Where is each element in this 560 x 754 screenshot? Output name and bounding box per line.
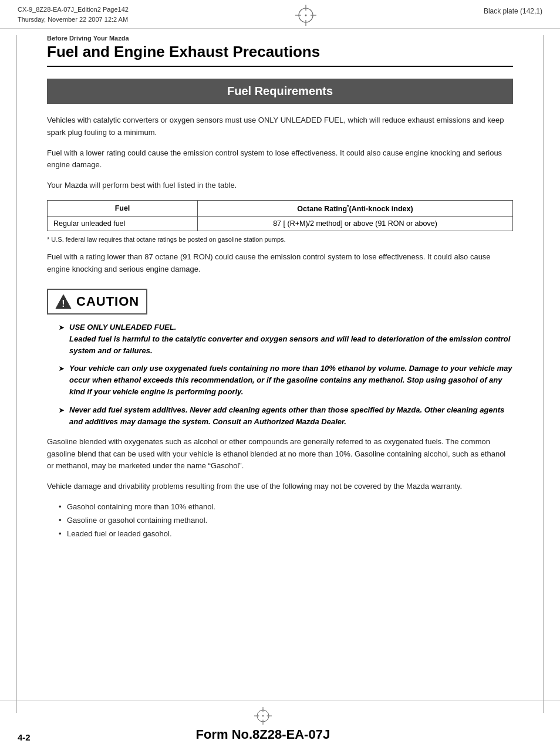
caution-item-1-rest: Leaded fuel is harmful to the catalytic … <box>69 334 510 355</box>
caution-item-3-rest: Never add fuel system additives. Never a… <box>69 405 504 426</box>
table-cell-fuel: Regular unleaded fuel <box>48 217 198 231</box>
page-title: Fuel and Engine Exhaust Precautions <box>47 43 513 61</box>
crosshair-icon <box>295 5 316 26</box>
bottom-area: 4-2 Form No.8Z28-EA-07J <box>0 701 560 754</box>
title-underline <box>47 66 513 67</box>
margin-left-line <box>16 35 17 713</box>
paragraph-5: Gasoline blended with oxygenates such as… <box>47 436 513 472</box>
paragraph-1: Vehicles with catalytic converters or ox… <box>47 114 513 139</box>
margin-right-line <box>543 35 544 713</box>
caution-label: CAUTION <box>76 294 139 309</box>
fuel-requirements-heading: Fuel Requirements <box>47 79 513 104</box>
svg-point-5 <box>305 15 307 16</box>
section-label: Before Driving Your Mazda <box>47 35 513 42</box>
crosshair-bottom-icon <box>254 707 272 725</box>
content-area: Before Driving Your Mazda Fuel and Engin… <box>0 29 560 553</box>
table-row: Regular unleaded fuel 87 [ (R+M)/2 metho… <box>48 217 513 231</box>
table-cell-octane: 87 [ (R+M)/2 method] or above (91 RON or… <box>198 217 513 231</box>
top-header: CX-9_8Z28-EA-07J_Edition2 Page142 Thursd… <box>0 0 560 29</box>
caution-item-3: Never add fuel system additives. Never a… <box>59 404 513 428</box>
bullet-item-3: Leaded fuel or leaded gasohol. <box>59 528 513 540</box>
caution-triangle-icon: ! <box>55 293 72 310</box>
header-center <box>295 5 316 26</box>
paragraph-6: Vehicle damage and drivability problems … <box>47 481 513 493</box>
svg-text:!: ! <box>62 299 65 309</box>
header-line2: Thursday, November 22 2007 12:2 AM <box>18 15 129 25</box>
caution-list: USE ONLY UNLEADED FUEL. Leaded fuel is h… <box>59 322 513 428</box>
caution-item-1: USE ONLY UNLEADED FUEL. Leaded fuel is h… <box>59 322 513 357</box>
fuel-table: Fuel Octane Rating*(Anti-knock index) Re… <box>47 200 513 231</box>
caution-item-2: Your vehicle can only use oxygenated fue… <box>59 363 513 398</box>
header-right: Black plate (142,1) <box>484 5 542 15</box>
bottom-center: Form No.8Z28-EA-07J <box>196 707 330 742</box>
bullet-item-1: Gasohol containing more than 10% ethanol… <box>59 501 513 513</box>
caution-item-1-first: USE ONLY UNLEADED FUEL. <box>69 323 176 332</box>
caution-box: ! CAUTION <box>47 289 147 315</box>
table-header-octane: Octane Rating*(Anti-knock index) <box>198 200 513 216</box>
svg-point-13 <box>262 715 264 717</box>
paragraph-2: Fuel with a lower rating could cause the… <box>47 147 513 172</box>
page: CX-9_8Z28-EA-07J_Edition2 Page142 Thursd… <box>0 0 560 754</box>
table-footnote: * U.S. federal law requires that octane … <box>47 236 513 243</box>
page-number: 4-2 <box>18 732 31 742</box>
bullet-list: Gasohol containing more than 10% ethanol… <box>59 501 513 540</box>
paragraph-4: Fuel with a rating lower than 87 octane … <box>47 251 513 276</box>
paragraph-3: Your Mazda will perform best with fuel l… <box>47 180 513 192</box>
caution-item-2-rest: Your vehicle can only use oxygenated fue… <box>69 364 512 396</box>
header-line1: CX-9_8Z28-EA-07J_Edition2 Page142 <box>18 5 129 15</box>
form-number: Form No.8Z28-EA-07J <box>196 727 330 742</box>
bullet-item-2: Gasoline or gasohol containing methanol. <box>59 515 513 527</box>
table-header-fuel: Fuel <box>48 200 198 216</box>
header-left: CX-9_8Z28-EA-07J_Edition2 Page142 Thursd… <box>18 5 129 24</box>
